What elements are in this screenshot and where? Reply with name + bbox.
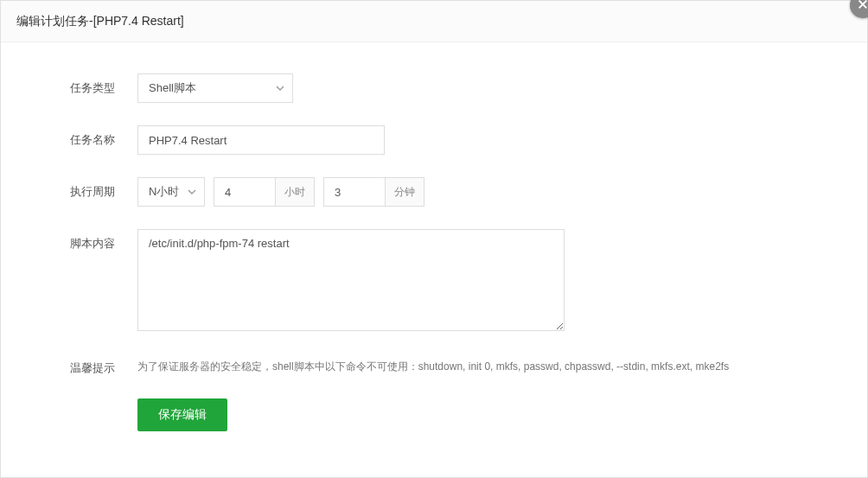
save-button[interactable]: 保存编辑	[137, 398, 227, 431]
close-icon	[857, 0, 868, 13]
modal-header: 编辑计划任务-[PHP7.4 Restart]	[1, 1, 867, 42]
edit-task-modal: 编辑计划任务-[PHP7.4 Restart] 任务类型 Shell脚本	[0, 0, 868, 478]
control-task-type: Shell脚本	[137, 73, 293, 103]
row-save: 保存编辑	[70, 398, 852, 431]
modal-title: 编辑计划任务-[PHP7.4 Restart]	[16, 14, 184, 29]
hour-input-group: 小时	[214, 177, 315, 207]
hour-input[interactable]	[214, 178, 275, 206]
control-task-name	[137, 125, 385, 155]
task-type-select[interactable]: Shell脚本	[137, 73, 293, 103]
row-tip: 温馨提示 为了保证服务器的安全稳定，shell脚本中以下命令不可使用：shutd…	[70, 354, 852, 376]
hour-suffix: 小时	[275, 178, 314, 206]
label-cycle: 执行周期	[70, 177, 137, 200]
cycle-period-select[interactable]: N小时	[137, 177, 205, 207]
script-textarea[interactable]	[137, 229, 565, 331]
label-empty	[70, 398, 137, 405]
task-name-input[interactable]	[137, 125, 385, 155]
control-script	[137, 229, 565, 331]
minute-input[interactable]	[324, 178, 385, 206]
modal-body: 任务类型 Shell脚本 任务名称	[1, 42, 867, 471]
row-cycle: 执行周期 N小时 小时	[70, 177, 852, 207]
row-task-type: 任务类型 Shell脚本	[70, 73, 852, 103]
label-script: 脚本内容	[70, 229, 137, 252]
control-save: 保存编辑	[137, 398, 227, 431]
label-task-name: 任务名称	[70, 125, 137, 148]
label-task-type: 任务类型	[70, 73, 137, 96]
row-script: 脚本内容	[70, 229, 852, 331]
minute-input-group: 分钟	[323, 177, 424, 207]
cycle-period-value: N小时	[149, 184, 179, 200]
task-type-value: Shell脚本	[149, 80, 196, 96]
row-task-name: 任务名称	[70, 125, 852, 155]
label-tip: 温馨提示	[70, 354, 137, 376]
minute-suffix: 分钟	[385, 178, 424, 206]
tip-text: 为了保证服务器的安全稳定，shell脚本中以下命令不可使用：shutdown, …	[137, 354, 729, 375]
control-cycle: N小时 小时 分钟	[137, 177, 424, 207]
control-tip: 为了保证服务器的安全稳定，shell脚本中以下命令不可使用：shutdown, …	[137, 354, 729, 375]
